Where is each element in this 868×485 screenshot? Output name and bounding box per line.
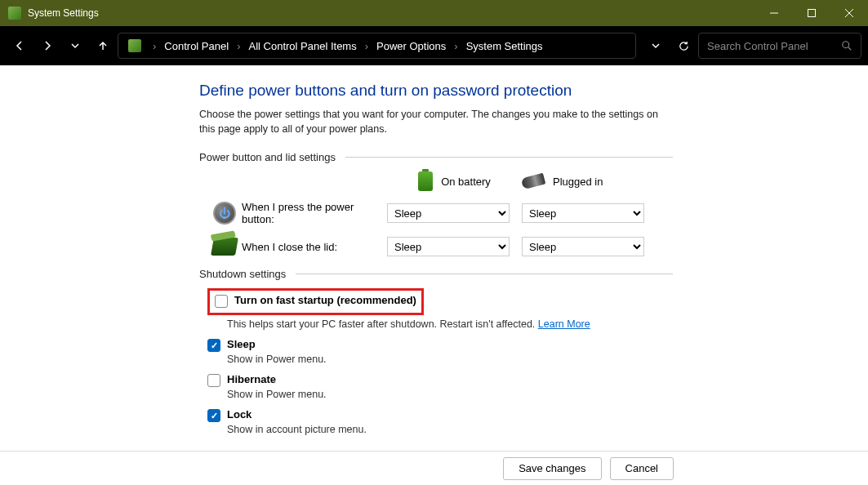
window-title: System Settings <box>28 7 755 19</box>
battery-icon <box>418 171 433 191</box>
save-changes-button[interactable]: Save changes <box>503 457 601 480</box>
chevron-right-icon[interactable]: › <box>149 40 159 52</box>
minimize-button[interactable] <box>755 0 793 26</box>
power-button-plugged-select[interactable]: Sleep <box>522 203 644 223</box>
close-lid-battery-select[interactable]: Sleep <box>387 237 510 256</box>
power-button-icon <box>213 202 236 225</box>
recent-dropdown-button[interactable] <box>62 33 88 59</box>
svg-line-5 <box>848 47 852 51</box>
section-header-shutdown: Shutdown settings <box>199 268 673 280</box>
divider <box>345 157 673 158</box>
lock-checkbox[interactable] <box>207 409 220 422</box>
lid-icon <box>211 238 238 256</box>
chevron-right-icon[interactable]: › <box>234 40 243 52</box>
row-label: When I close the lid: <box>242 241 387 253</box>
highlight-annotation: Turn on fast startup (recommended) <box>207 288 424 315</box>
svg-rect-1 <box>808 10 816 17</box>
navbar: › Control Panel › All Control Panel Item… <box>0 26 868 65</box>
app-icon <box>8 7 21 20</box>
breadcrumb-item[interactable]: All Control Panel Items <box>245 37 359 56</box>
checkbox-description: Show in account picture menu. <box>227 424 673 435</box>
close-lid-row: When I close the lid: Sleep Sleep <box>207 237 673 256</box>
section-title: Shutdown settings <box>199 268 286 280</box>
maximize-button[interactable] <box>793 0 830 26</box>
forward-button[interactable] <box>34 33 60 59</box>
page-subtext: Choose the power settings that you want … <box>199 108 673 136</box>
back-button[interactable] <box>7 33 33 59</box>
cancel-button[interactable]: Cancel <box>610 457 674 480</box>
close-button[interactable] <box>830 0 868 26</box>
footer: Save changes Cancel <box>0 451 868 485</box>
section-header-power-lid: Power button and lid settings <box>199 151 673 163</box>
page-heading: Define power buttons and turn on passwor… <box>199 82 673 100</box>
checkbox-description: Show in Power menu. <box>227 354 673 365</box>
breadcrumb[interactable]: › Control Panel › All Control Panel Item… <box>118 33 636 59</box>
row-label: When I press the power button: <box>242 201 387 225</box>
sleep-checkbox[interactable] <box>207 339 220 352</box>
checkbox-description: Show in Power menu. <box>227 389 673 400</box>
checkbox-description: This helps start your PC faster after sh… <box>227 318 673 330</box>
address-icon <box>128 39 141 52</box>
titlebar: System Settings <box>0 0 868 26</box>
checkbox-label: Sleep <box>227 338 256 350</box>
address-dropdown-button[interactable] <box>643 33 669 59</box>
learn-more-link[interactable]: Learn More <box>538 318 590 330</box>
plug-icon <box>521 173 546 190</box>
search-input[interactable]: Search Control Panel <box>698 33 861 59</box>
column-plugged-in: Plugged in <box>522 171 657 191</box>
power-button-battery-select[interactable]: Sleep <box>387 203 510 223</box>
power-button-row: When I press the power button: Sleep Sle… <box>207 201 673 225</box>
section-title: Power button and lid settings <box>199 151 336 163</box>
breadcrumb-item[interactable]: System Settings <box>463 37 546 56</box>
checkbox-label: Hibernate <box>227 373 276 385</box>
divider <box>296 274 673 274</box>
refresh-button[interactable] <box>670 33 697 59</box>
checkbox-label: Lock <box>227 408 251 420</box>
content-area: Define power buttons and turn on passwor… <box>0 65 868 451</box>
up-button[interactable] <box>90 33 116 59</box>
chevron-right-icon[interactable]: › <box>451 40 461 52</box>
hibernate-checkbox[interactable] <box>207 374 220 387</box>
search-placeholder: Search Control Panel <box>707 40 841 52</box>
chevron-right-icon[interactable]: › <box>362 40 372 52</box>
column-on-battery: On battery <box>387 171 522 191</box>
column-label: Plugged in <box>553 176 603 188</box>
checkbox-label: Turn on fast startup (recommended) <box>234 294 416 306</box>
search-icon <box>841 40 852 51</box>
svg-point-4 <box>843 42 849 48</box>
fast-startup-checkbox[interactable] <box>215 295 228 308</box>
close-lid-plugged-select[interactable]: Sleep <box>522 237 644 256</box>
breadcrumb-item[interactable]: Power Options <box>373 37 449 56</box>
column-label: On battery <box>441 176 491 188</box>
breadcrumb-item[interactable]: Control Panel <box>161 37 232 56</box>
